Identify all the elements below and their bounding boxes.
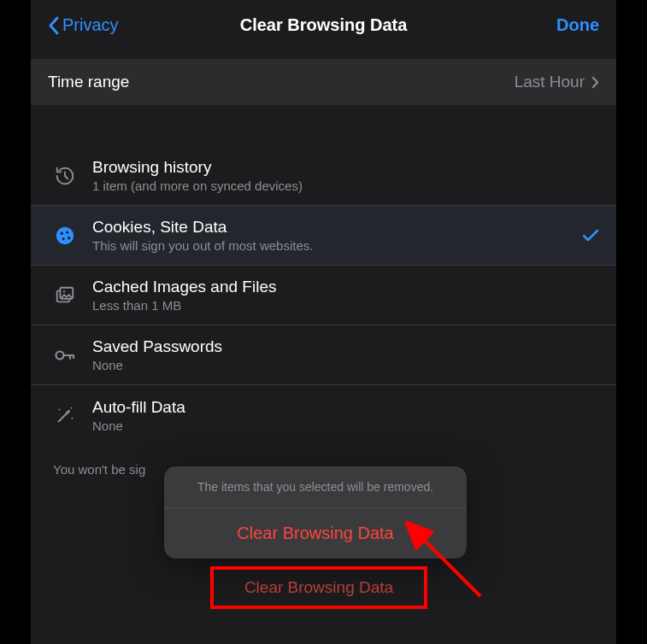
option-browsing-history[interactable]: Browsing history 1 item (and more on syn… bbox=[31, 146, 616, 206]
option-subtitle: This will sign you out of most websites. bbox=[92, 238, 567, 253]
option-cached[interactable]: Cached Images and Files Less than 1 MB bbox=[31, 266, 616, 325]
svg-point-9 bbox=[59, 409, 61, 411]
clear-browsing-data-button[interactable]: Clear Browsing Data bbox=[244, 578, 393, 597]
option-subtitle: None bbox=[92, 358, 599, 372]
done-button[interactable]: Done bbox=[556, 15, 599, 35]
bottom-button-highlight: Clear Browsing Data bbox=[210, 566, 427, 609]
action-sheet-message: The items that you selected will be remo… bbox=[164, 466, 467, 508]
option-subtitle: 1 item (and more on synced devices) bbox=[92, 179, 599, 193]
option-title: Cached Images and Files bbox=[92, 278, 599, 296]
action-sheet: The items that you selected will be remo… bbox=[164, 466, 467, 559]
svg-point-10 bbox=[71, 418, 73, 419]
option-cookies[interactable]: Cookies, Site Data This will sign you ou… bbox=[31, 206, 616, 266]
chevron-right-icon bbox=[591, 76, 599, 89]
option-title: Browsing history bbox=[92, 158, 599, 177]
option-title: Cookies, Site Data bbox=[92, 218, 567, 237]
svg-point-8 bbox=[56, 351, 64, 359]
key-icon bbox=[53, 343, 77, 367]
options-list: Browsing history 1 item (and more on syn… bbox=[31, 146, 616, 445]
svg-point-11 bbox=[71, 407, 73, 409]
action-sheet-clear-button[interactable]: Clear Browsing Data bbox=[164, 508, 467, 559]
history-icon bbox=[53, 164, 77, 188]
option-subtitle: Less than 1 MB bbox=[92, 298, 599, 313]
option-passwords[interactable]: Saved Passwords None bbox=[31, 325, 616, 385]
option-subtitle: None bbox=[92, 419, 599, 433]
back-button[interactable]: Privacy bbox=[48, 15, 119, 35]
back-label: Privacy bbox=[62, 15, 119, 35]
checkmark-icon bbox=[582, 229, 599, 243]
time-range-label: Time range bbox=[48, 73, 129, 91]
chevron-left-icon bbox=[48, 16, 59, 35]
svg-point-2 bbox=[66, 231, 68, 233]
images-icon bbox=[53, 284, 77, 307]
option-autofill[interactable]: Auto-fill Data None bbox=[31, 385, 616, 445]
header: Privacy Clear Browsing Data Done bbox=[31, 0, 616, 59]
svg-point-7 bbox=[63, 290, 65, 292]
cookie-icon bbox=[53, 224, 77, 248]
option-title: Saved Passwords bbox=[92, 337, 599, 356]
time-range-row[interactable]: Time range Last Hour bbox=[31, 59, 616, 105]
option-title: Auto-fill Data bbox=[92, 398, 599, 417]
svg-point-1 bbox=[61, 231, 63, 234]
wand-icon bbox=[53, 403, 77, 427]
svg-point-0 bbox=[56, 226, 74, 243]
svg-point-4 bbox=[68, 237, 70, 239]
time-range-value: Last Hour bbox=[515, 73, 585, 91]
time-range-value-group: Last Hour bbox=[515, 73, 599, 91]
page-title: Clear Browsing Data bbox=[240, 15, 408, 35]
svg-point-3 bbox=[62, 237, 65, 240]
